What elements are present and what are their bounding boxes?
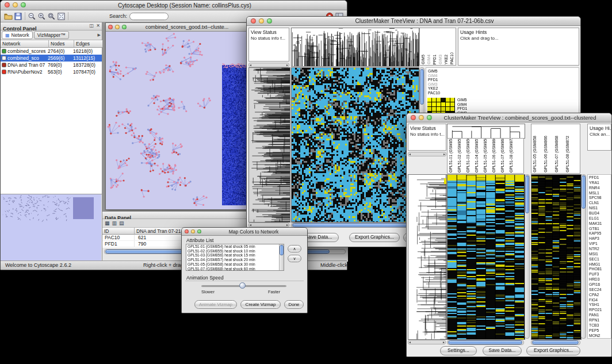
treeview2-titlebar[interactable]: ClusterMaker TreeView : combined_scores_… (407, 113, 611, 122)
gene-label[interactable]: PFD1 (457, 106, 469, 111)
gene-label[interactable]: GIM5 (457, 98, 469, 102)
gene-label[interactable]: HMG1 (589, 262, 611, 266)
cytoscape-titlebar[interactable]: Cytoscape Desktop (Session Name: collins… (1, 1, 347, 10)
gene-label[interactable]: FIG4 (589, 298, 611, 302)
gene-label[interactable]: HRD3 (589, 277, 611, 281)
gene-label[interactable]: PHO81 (589, 267, 611, 271)
column-label[interactable]: GIM4 (427, 55, 431, 64)
scroll-left-icon[interactable]: ◂ (250, 63, 251, 67)
attribute-item[interactable]: GPL51-05 (GSM858) heat shock 30 min (186, 262, 284, 267)
scroll-left-icon[interactable]: ◂ (250, 223, 251, 227)
gene-label[interactable]: BUD4 (589, 211, 611, 215)
zoom-window-button[interactable] (427, 115, 432, 120)
scroll-right-icon[interactable]: ▸ (286, 63, 288, 67)
network-table-row[interactable]: RNAPuberNov2 563(0) 107847(0) (1, 68, 102, 75)
minimize-window-button[interactable] (13, 2, 18, 7)
column-label[interactable]: GPL51-06 (GSM866 (492, 138, 496, 173)
attribute-item[interactable]: GPL51-01 (GSM854) heat shock 05 min (186, 244, 284, 249)
gene-label[interactable]: YKE2 (428, 86, 440, 91)
gene-label[interactable]: GIM4 (457, 102, 469, 107)
zoom-window-button[interactable] (21, 2, 26, 7)
tv1-hscrollbar[interactable] (291, 223, 418, 228)
select-attributes-icon[interactable]: ▦ (105, 220, 110, 226)
tv1-heatmap-canvas[interactable] (291, 67, 419, 223)
gene-label[interactable]: SPC98 (589, 196, 611, 200)
scroll-right-icon[interactable]: ▸ (286, 223, 288, 227)
scroll-left-icon[interactable]: ◂ (409, 152, 411, 156)
tv2-vscrollbar[interactable] (525, 174, 530, 339)
column-header-network[interactable]: Network (1, 40, 49, 48)
minimize-window-button[interactable] (115, 25, 120, 29)
gene-label[interactable]: MSL1 (589, 191, 611, 195)
column-label[interactable]: GPL51-08 (GSM872 (509, 138, 513, 173)
gene-label[interactable]: RNR4 (589, 186, 611, 190)
create-vizmap-button[interactable]: Create Vizmap (240, 300, 281, 309)
gene-label[interactable]: VIP1 (589, 242, 611, 246)
scrollbar-thumb[interactable] (532, 340, 579, 344)
animation-speed-slider-thumb[interactable] (239, 282, 246, 289)
gene-label[interactable]: GIM3 (428, 82, 440, 87)
column-label[interactable]: GPL51-05 (GSM858 (533, 136, 537, 173)
dendrogram-hscrollbar[interactable]: ◂ ▸ (248, 63, 289, 67)
gene-label[interactable]: SEC24 (589, 288, 611, 292)
animate-vizmap-button[interactable]: Animate Vizmap (194, 300, 237, 309)
save-session-icon[interactable] (13, 12, 23, 21)
gene-label[interactable]: NIS1 (589, 206, 611, 210)
close-window-button[interactable] (185, 229, 189, 233)
gene-label[interactable]: GIM5 (428, 69, 440, 74)
gene-label[interactable]: PEP5 (589, 328, 611, 332)
close-window-button[interactable] (108, 25, 113, 29)
column-label[interactable]: GIM5 (421, 55, 425, 64)
close-window-button[interactable] (411, 115, 416, 120)
column-header-id[interactable]: ID (102, 228, 135, 235)
dendrogram-hscrollbar[interactable]: ◂ ▸ (408, 340, 446, 344)
attribute-columns-icon[interactable]: ▥ (112, 220, 117, 226)
column-label[interactable]: GPL51-01 (GSM854 (449, 138, 453, 173)
export-graphics-button[interactable]: Export Graphics... (526, 346, 580, 355)
gene-label[interactable]: CLN1 (589, 201, 611, 205)
column-label[interactable]: GPL51-08 (GSM872 (565, 136, 569, 173)
zoom-window-button[interactable] (267, 18, 272, 24)
minimize-window-button[interactable] (259, 18, 264, 24)
treeview1-titlebar[interactable]: ClusterMaker TreeView : DNA and Tran 07-… (247, 17, 580, 26)
gene-label[interactable]: GIM4 (428, 74, 440, 78)
gene-label[interactable]: YRA1 (589, 181, 611, 185)
gene-label[interactable]: TCB3 (589, 323, 611, 327)
gene-label[interactable]: PAC10 (428, 91, 440, 95)
overview-canvas[interactable] (1, 194, 101, 261)
network-overview-panel[interactable] (1, 194, 102, 262)
search-input[interactable] (129, 13, 169, 20)
float-panel-icon[interactable]: ◫ (89, 24, 94, 28)
gene-label[interactable]: MAK31 (589, 221, 611, 225)
tv2-sub-vscrollbar[interactable] (581, 174, 586, 339)
gene-label[interactable]: PUF3 (589, 272, 611, 276)
column-header-edges[interactable]: Edges (74, 40, 102, 48)
tv1-row-dendrogram-canvas[interactable] (248, 67, 290, 223)
dendrogram-hscrollbar[interactable]: ◂ ▸ (408, 152, 446, 156)
zoom-fit-icon[interactable] (56, 12, 66, 21)
close-window-button[interactable] (5, 2, 10, 7)
attribute-item[interactable]: GPL51-02 (GSM855) heat shock 10 min (186, 249, 284, 254)
tv2-column-dendrogram-canvas[interactable] (447, 124, 525, 139)
attribute-item[interactable]: GPL51-03 (GSM856) heat shock 15 min (186, 253, 284, 258)
gene-label[interactable]: PFD1 (428, 78, 440, 82)
scrollbar-thumb[interactable] (525, 175, 529, 213)
tv2-sub-hscrollbar[interactable] (531, 340, 580, 345)
column-header-nodes[interactable]: Nodes (49, 40, 74, 48)
close-window-button[interactable] (251, 18, 256, 24)
zoom-out-icon[interactable] (27, 12, 37, 21)
zoom-window-button[interactable] (122, 25, 127, 29)
tab-network[interactable]: ▦ Network (2, 31, 33, 39)
gene-label[interactable]: GTB1 (589, 227, 611, 231)
open-session-icon[interactable] (3, 12, 13, 21)
attribute-rows-icon[interactable]: ▤ (119, 220, 124, 226)
gene-label[interactable]: SEC1 (589, 257, 611, 261)
column-label[interactable]: GPL51-07 (GSM868 (554, 136, 559, 173)
zoom-window-button[interactable] (197, 229, 201, 233)
done-button[interactable]: Done (284, 300, 304, 309)
close-panel-icon[interactable]: ✕ (96, 24, 100, 28)
zoom-in-icon[interactable] (37, 12, 47, 21)
gene-label[interactable]: RPO21 (589, 308, 611, 312)
gene-label[interactable]: PFD1 (589, 175, 611, 179)
attribute-item[interactable]: GPL51-07 (GSM868) heat shock 60 min (186, 267, 284, 271)
